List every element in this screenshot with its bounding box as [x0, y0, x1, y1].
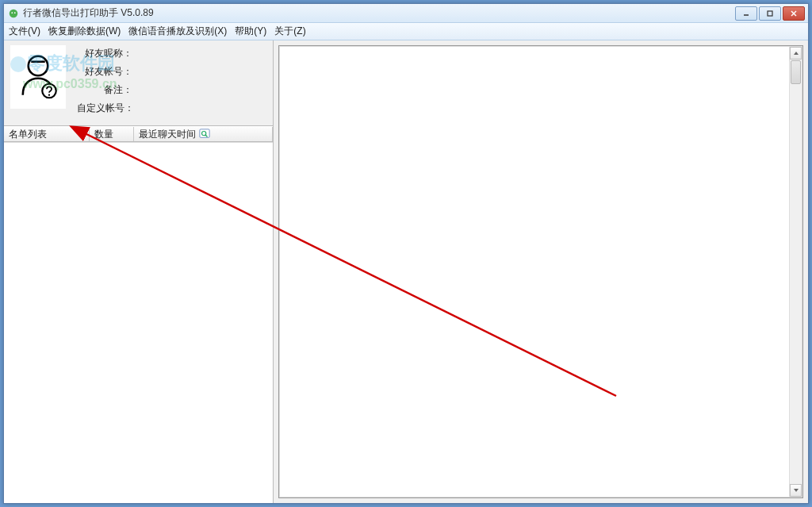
app-window: 行者微信导出打印助手 V5.0.89 文件(V) 恢复删除数据(W) 微信语音播… — [3, 3, 809, 504]
contact-info-panel: 好友昵称： 好友帐号： 备注： 自定义帐号： — [4, 40, 273, 126]
svg-point-1 — [11, 12, 13, 13]
account-label: 好友帐号： — [77, 65, 132, 79]
menubar: 文件(V) 恢复删除数据(W) 微信语音播放及识别(X) 帮助(Y) 关于(Z) — [4, 23, 808, 40]
column-count[interactable]: 数量 — [90, 127, 134, 141]
chevron-down-icon — [793, 487, 799, 494]
maximize-icon — [766, 10, 774, 17]
scroll-down-button[interactable] — [790, 484, 802, 497]
person-unknown-icon — [16, 52, 60, 102]
contact-list[interactable] — [4, 142, 273, 503]
scroll-thumb[interactable] — [791, 60, 801, 84]
maximize-button[interactable] — [759, 6, 781, 21]
svg-marker-15 — [794, 489, 799, 492]
column-last-chat-time-label: 最近聊天时间 — [139, 128, 196, 141]
minimize-button[interactable] — [735, 6, 757, 21]
menu-file[interactable]: 文件(V) — [9, 25, 40, 38]
svg-point-7 — [29, 56, 48, 76]
chevron-up-icon — [793, 50, 799, 56]
titlebar[interactable]: 行者微信导出打印助手 V5.0.89 — [4, 4, 808, 23]
client-area: 好友昵称： 好友帐号： 备注： 自定义帐号： 名单列表 数量 最近聊天时间 — [4, 40, 808, 503]
svg-rect-4 — [768, 11, 772, 16]
window-controls — [735, 6, 805, 21]
avatar — [10, 45, 66, 109]
nickname-label: 好友昵称： — [77, 47, 132, 60]
minimize-icon — [742, 10, 750, 17]
svg-point-2 — [14, 12, 16, 13]
svg-marker-14 — [794, 52, 799, 55]
scroll-up-button[interactable] — [790, 47, 802, 60]
vertical-scrollbar[interactable] — [789, 47, 802, 497]
svg-point-10 — [48, 94, 50, 96]
chat-content-pane[interactable] — [278, 45, 803, 498]
menu-voice[interactable]: 微信语音播放及识别(X) — [128, 25, 227, 38]
svg-rect-11 — [200, 129, 209, 138]
svg-point-0 — [10, 9, 18, 17]
left-pane: 好友昵称： 好友帐号： 备注： 自定义帐号： 名单列表 数量 最近聊天时间 — [4, 40, 274, 503]
contact-table-header: 名单列表 数量 最近聊天时间 — [4, 126, 273, 142]
column-name-list[interactable]: 名单列表 — [4, 127, 90, 141]
app-icon — [7, 7, 20, 20]
remark-label: 备注： — [77, 83, 132, 97]
contact-info-fields: 好友昵称： 好友帐号： 备注： 自定义帐号： — [77, 45, 134, 121]
close-icon — [790, 10, 798, 17]
menu-recover[interactable]: 恢复删除数据(W) — [48, 25, 121, 38]
window-title: 行者微信导出打印助手 V5.0.89 — [23, 6, 735, 20]
magnifier-icon[interactable] — [199, 129, 210, 140]
menu-help[interactable]: 帮助(Y) — [235, 25, 266, 38]
custom-account-label: 自定义帐号： — [77, 102, 134, 115]
close-button[interactable] — [783, 6, 805, 21]
column-last-chat-time[interactable]: 最近聊天时间 — [134, 127, 273, 141]
menu-about[interactable]: 关于(Z) — [274, 25, 305, 38]
